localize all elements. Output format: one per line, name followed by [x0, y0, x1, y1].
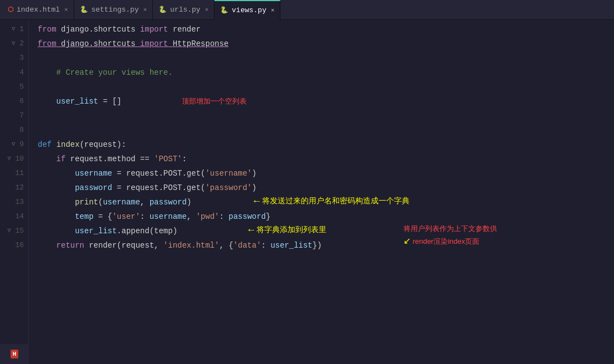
line-number-15: ▽15 [15, 224, 24, 238]
code-line-5 [38, 80, 614, 94]
annotation-line13: 将发送过来的用户名和密码构造成一个字典 [262, 194, 410, 208]
code-line-2: from django.shortcuts import HttpRespons… [38, 37, 614, 51]
line-number-3: 3 [19, 51, 24, 65]
line-number-5: 5 [19, 80, 24, 94]
tab-urls-py[interactable]: 🐍 urls.py × [153, 0, 214, 20]
code-line-1: from django.shortcuts import render [38, 22, 614, 37]
tab-label-index: index.html [17, 6, 60, 14]
code-line-6: user_list = [] 顶部增加一个空列表 [38, 94, 614, 109]
line-gutter: ▽1 ▽2 3 4 5 6 7 8 ▽9 ▽10 11 12 13 14 ▽15… [0, 20, 29, 364]
code-line-13: print(username, password) ← 将发送过来的用户名和密码… [38, 195, 614, 209]
annotation-line6: 顶部增加一个空列表 [182, 97, 247, 105]
tab-label-urls: urls.py [170, 6, 201, 14]
line-number-12: 12 [15, 181, 24, 195]
close-icon[interactable]: × [205, 7, 209, 13]
py-icon: 🐍 [220, 6, 228, 14]
tab-views-py[interactable]: 🐍 views.py × [214, 0, 280, 20]
tab-label-settings: settings.py [91, 6, 139, 14]
code-line-7 [38, 109, 614, 123]
line-number-2: ▽2 [19, 37, 24, 51]
code-line-8 [38, 123, 614, 137]
line-number-7: 7 [19, 109, 24, 123]
py-icon: 🐍 [80, 6, 88, 14]
line-number-13: 13 [15, 195, 24, 209]
code-line-14: temp = {'user': username, 'pwd': passwor… [38, 209, 614, 224]
line-number-1: ▽1 [19, 22, 24, 37]
tab-settings-py[interactable]: 🐍 settings.py × [74, 0, 153, 20]
html-icon: ⬡ [8, 6, 13, 14]
py-icon: 🐍 [158, 6, 167, 14]
close-icon[interactable]: × [143, 7, 147, 13]
line-number-14: 14 [15, 209, 24, 224]
annotation-line14-append: 将字典添加到列表里 [257, 223, 326, 237]
tab-index-html[interactable]: ⬡ index.html × [2, 0, 74, 20]
close-icon[interactable]: × [64, 7, 68, 13]
code-line-15: user_list.append(temp) ← 将字典添加到列表里 将用户列表… [38, 224, 614, 238]
code-line-3 [38, 51, 614, 65]
annotation-render-line1: 将用户列表作为上下文参数供 [403, 224, 497, 233]
line-number-16: 16 [15, 238, 24, 253]
editor: ▽1 ▽2 3 4 5 6 7 8 ▽9 ▽10 11 12 13 14 ▽15… [0, 20, 614, 364]
code-line-10: if request.method == 'POST': [38, 152, 614, 166]
line-number-6: 6 [19, 94, 24, 109]
code-line-16: return render(request, 'index.html', {'d… [38, 238, 614, 253]
code-line-12: password = request.POST.get('password') [38, 181, 614, 195]
status-h-icon: H [11, 350, 19, 358]
tab-bar: ⬡ index.html × 🐍 settings.py × 🐍 urls.py… [0, 0, 614, 20]
line-number-8: 8 [19, 123, 24, 137]
line-number-4: 4 [19, 65, 24, 80]
code-line-9: def index(request): [38, 137, 614, 152]
close-icon[interactable]: × [271, 7, 275, 14]
code-area[interactable]: from django.shortcuts import render from… [29, 20, 614, 364]
code-line-11: username = request.POST.get('username') [38, 166, 614, 181]
tab-label-views: views.py [232, 6, 266, 14]
line-number-11: 11 [15, 166, 24, 181]
code-line-4: # Create your views here. [38, 65, 614, 80]
status-bar: H [0, 344, 29, 364]
line-number-9: ▽9 [19, 137, 24, 152]
line-number-10: ▽10 [15, 152, 24, 166]
